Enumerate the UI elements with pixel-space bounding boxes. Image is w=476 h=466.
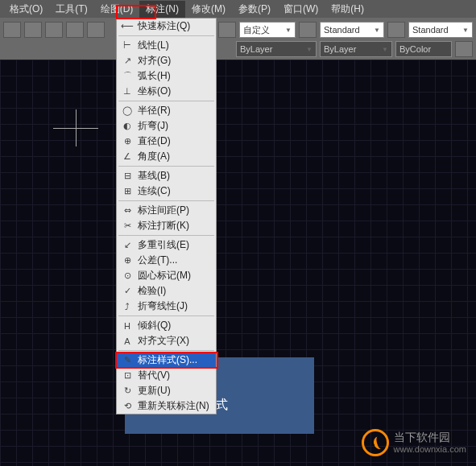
menu-item-icon: A [120, 335, 135, 348]
menu-item[interactable]: ◯半径(R) [117, 103, 216, 118]
tool-btn[interactable] [387, 22, 405, 38]
menu-item[interactable]: ⟵快速标注(Q) [117, 19, 216, 34]
menu-item-icon: ⊡ [120, 369, 135, 382]
menu-item-icon: ⊢ [120, 39, 135, 52]
menu-item-label: 弧长(H) [135, 69, 213, 83]
dropdown-standard2[interactable]: Standard▼ [408, 22, 473, 38]
menu-item[interactable]: ⤴折弯线性(J) [117, 299, 216, 314]
menu-item-label: 直径(D) [135, 134, 213, 148]
menu-item[interactable]: ✂标注打断(K) [117, 218, 216, 233]
menu-item[interactable]: ⊕公差(T)... [117, 253, 216, 268]
menu-item[interactable]: ✎标注样式(S)... [117, 353, 216, 368]
menu-item[interactable]: ⊙圆心标记(M) [117, 268, 216, 283]
menu-item-icon: ⌒ [120, 70, 135, 83]
menu-item-icon: ⊟ [120, 170, 135, 183]
menu-item-label: 半径(R) [135, 104, 213, 118]
tool-btn[interactable] [455, 41, 473, 57]
menu-item-icon: ⊕ [120, 254, 135, 267]
menu-item-label: 连续(C) [135, 184, 213, 198]
menu-item[interactable]: H倾斜(Q) [117, 318, 216, 333]
menu-item-label: 圆心标记(M) [135, 269, 213, 282]
menu-item[interactable]: ⊟基线(B) [117, 168, 216, 184]
menu-modify[interactable]: 修改(M) [185, 1, 232, 18]
menu-separator [118, 235, 214, 236]
watermark-url: www.downxia.com [394, 444, 466, 455]
menu-item[interactable]: ↙多重引线(E) [117, 237, 216, 253]
menu-item[interactable]: ⊥坐标(O) [117, 84, 216, 99]
menu-item-icon: ↻ [120, 385, 135, 398]
menu-separator [118, 101, 214, 101]
tool-btn[interactable] [3, 22, 21, 38]
menu-item[interactable]: A对齐文字(X) [117, 333, 216, 348]
chevron-down-icon: ▼ [306, 46, 313, 53]
menu-item[interactable]: ✓检验(I) [117, 283, 216, 299]
menu-item-label: 替代(V) [135, 369, 213, 382]
menu-item-icon: ∠ [120, 151, 135, 163]
tool-btn[interactable] [299, 22, 317, 38]
menu-params[interactable]: 参数(P) [232, 1, 277, 18]
menu-item-label: 折弯线性(J) [135, 299, 213, 313]
watermark-cn: 当下软件园 [394, 431, 466, 444]
menu-item[interactable]: ⊢线性(L) [117, 38, 216, 53]
menu-item[interactable]: ↗对齐(G) [117, 53, 216, 68]
menu-separator [118, 350, 214, 351]
dropdown-bycolor[interactable]: ByColor [395, 41, 452, 57]
menu-item-icon: ⊙ [120, 270, 135, 282]
menu-item-label: 标注打断(K) [135, 219, 213, 233]
chevron-down-icon: ▼ [382, 46, 388, 53]
menu-item-label: 重新关联标注(N) [135, 399, 213, 413]
tool-btn[interactable] [24, 22, 42, 38]
menu-item-label: 对齐文字(X) [135, 334, 213, 348]
watermark-logo-icon [362, 429, 389, 456]
menu-item[interactable]: ↻更新(U) [117, 383, 216, 398]
menu-item-icon: ↗ [120, 55, 135, 68]
menu-item[interactable]: ⇔标注间距(P) [117, 203, 216, 218]
dropdown-standard1[interactable]: Standard▼ [320, 22, 384, 38]
menu-item-icon: ⊥ [120, 85, 135, 98]
menu-window[interactable]: 窗口(W) [277, 1, 325, 18]
menu-item-label: 角度(A) [135, 150, 213, 163]
menu-item[interactable]: ∠角度(A) [117, 149, 216, 164]
menu-item-icon: ✎ [120, 354, 135, 367]
menu-tools[interactable]: 工具(T) [49, 1, 93, 18]
menu-help[interactable]: 帮助(H) [325, 1, 370, 18]
menu-item-icon: ✓ [120, 285, 135, 298]
menu-item[interactable]: ⊡替代(V) [117, 368, 216, 383]
menubar: 格式(O) 工具(T) 绘图(D) 标注(N) 修改(M) 参数(P) 窗口(W… [0, 0, 476, 18]
menu-item[interactable]: ⟲重新关联标注(N) [117, 398, 216, 414]
tool-btn[interactable] [45, 22, 63, 38]
chevron-down-icon: ▼ [374, 27, 380, 34]
menu-item-label: 倾斜(Q) [135, 319, 213, 332]
chevron-down-icon: ▼ [462, 27, 469, 34]
chevron-down-icon: ▼ [285, 27, 292, 34]
menu-item-icon: ⊞ [120, 185, 135, 198]
menu-draw[interactable]: 绘图(D) [94, 1, 140, 18]
tool-btn[interactable] [218, 22, 236, 38]
dropdown-custom[interactable]: 自定义▼ [239, 22, 296, 38]
menu-item[interactable]: ⌒弧长(H) [117, 68, 216, 84]
menu-item-label: 多重引线(E) [135, 238, 213, 252]
annotate-dropdown-menu: ⟵快速标注(Q)⊢线性(L)↗对齐(G)⌒弧长(H)⊥坐标(O)◯半径(R)◐折… [116, 18, 217, 414]
menu-item-label: 公差(T)... [135, 254, 213, 267]
tool-btn[interactable] [66, 22, 84, 38]
menu-item-label: 折弯(J) [135, 119, 213, 133]
menu-item[interactable]: ⊕直径(D) [117, 134, 216, 149]
menu-annotate[interactable]: 标注(N) [139, 1, 185, 18]
menu-item[interactable]: ◐折弯(J) [117, 118, 216, 134]
menu-separator [118, 200, 214, 201]
menu-item-icon: ✂ [120, 220, 135, 233]
menu-item-icon: ◯ [120, 105, 135, 118]
menu-item-icon: H [120, 320, 135, 332]
menu-item[interactable]: ⊞连续(C) [117, 184, 216, 199]
dropdown-bylayer2[interactable]: ByLayer▼ [320, 41, 392, 57]
menu-separator [118, 166, 214, 167]
menu-item-icon: ⟵ [120, 20, 135, 33]
menu-item-label: 坐标(O) [135, 85, 213, 98]
menu-format[interactable]: 格式(O) [3, 1, 49, 18]
menu-item-icon: ⤴ [120, 300, 135, 313]
tool-btn[interactable] [87, 22, 105, 38]
menu-item-label: 基线(B) [135, 169, 213, 183]
menu-separator [118, 315, 214, 316]
dropdown-bylayer1[interactable]: ByLayer▼ [236, 41, 317, 57]
toolbar-area: 自定义▼ Standard▼ Standard▼ ByLayer▼ ByLaye… [0, 18, 476, 60]
